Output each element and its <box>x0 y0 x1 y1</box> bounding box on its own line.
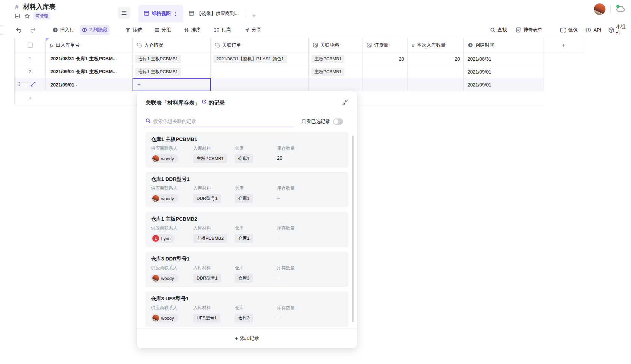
filter-button[interactable]: 筛选 <box>123 25 144 35</box>
widget-button[interactable]: 小组件 <box>606 25 631 35</box>
view-list-button[interactable] <box>118 7 130 19</box>
column-header[interactable]: 创建时间 <box>464 38 543 52</box>
sort-button[interactable]: 排序 <box>182 25 203 35</box>
api-button[interactable]: API <box>583 25 603 35</box>
add-view-button[interactable]: + <box>247 12 261 19</box>
tab-mirror-view[interactable]: 【镜像】供应商到... <box>183 5 244 22</box>
field-label: 仓库 <box>235 265 277 271</box>
tab-menu-icon[interactable]: ⋮ <box>173 11 178 16</box>
doc-icon[interactable] <box>14 13 20 19</box>
linked-order-cell[interactable]: 2021/08/31【整机】P1 AS1-颜色1 <box>211 52 309 65</box>
column-header[interactable]: 关联物料 <box>309 38 363 52</box>
linked-record-chip[interactable]: 主板PCBMB1 <box>311 55 344 63</box>
popup-scrollbar[interactable] <box>352 136 354 322</box>
inbound-qty-cell[interactable] <box>408 65 464 78</box>
linked-record-chip[interactable]: 2021/08/31【整机】P1 AS1-颜色1 <box>213 55 287 63</box>
inbound-qty-cell[interactable] <box>408 78 464 91</box>
hidden-columns-button[interactable]: 2 列隐藏 <box>80 25 110 35</box>
stock-value: – <box>277 315 343 320</box>
collapse-icon[interactable] <box>342 99 348 107</box>
record-card[interactable]: 仓库3 UFS型号1 供应商联系人 woody 入库材料 UFS型号1 仓库 仓… <box>145 291 349 327</box>
order-qty-cell[interactable] <box>363 78 408 91</box>
table-row[interactable]: 1 2021/08/31 仓库1 主板PCBM... 仓库1 主板PCBMB1 … <box>15 52 584 65</box>
select-all-checkbox[interactable] <box>28 43 33 48</box>
column-header[interactable]: 订货量 <box>363 38 408 52</box>
formula-icon: fx <box>50 43 53 48</box>
expand-record-icon[interactable] <box>31 82 35 88</box>
add-column-button[interactable]: + <box>543 38 584 52</box>
add-record-button[interactable]: + 添加记录 <box>137 328 357 348</box>
stock-value: 20 <box>277 155 343 161</box>
person-chip: LLynn <box>151 234 175 243</box>
linked-record-chip[interactable]: 主板PCBMB1 <box>311 68 344 76</box>
selected-cell[interactable]: + <box>133 78 211 91</box>
external-link-icon[interactable] <box>202 99 206 104</box>
order-qty-cell[interactable] <box>363 65 408 78</box>
search-input[interactable] <box>153 118 294 124</box>
linked-order-cell[interactable] <box>211 65 309 78</box>
inbound-status-cell[interactable]: 仓库1 主板PCBMB1 <box>133 65 211 78</box>
cell-value: 2021/09/01 <box>464 69 491 75</box>
inbound-status-cell[interactable]: 仓库1 主板PCBMB1 <box>133 52 211 65</box>
undo-button[interactable] <box>14 25 24 35</box>
filter-label: 筛选 <box>133 27 142 33</box>
drag-handle-icon[interactable] <box>17 82 20 88</box>
field-label: 库存数量 <box>277 265 343 271</box>
column-header[interactable]: 关联订单 <box>211 38 309 52</box>
linked-material-cell[interactable] <box>309 78 363 91</box>
row-checkbox[interactable] <box>23 82 28 87</box>
created-time-cell[interactable]: 2021/08/31 <box>464 52 543 65</box>
column-label: 关联物料 <box>320 42 339 48</box>
redo-button[interactable] <box>28 25 38 35</box>
option-chip: DDR型号1 <box>193 274 221 283</box>
column-header[interactable]: fx 出入库单号 <box>46 38 133 52</box>
share-button[interactable]: 分享 <box>243 25 263 35</box>
star-icon[interactable] <box>24 13 30 19</box>
table-row[interactable]: 2 2021/09/01 仓库1 主板PCBM... 仓库1 主板PCBMB1 … <box>15 65 584 78</box>
option-chip: UFS型号1 <box>193 314 220 322</box>
record-search <box>145 116 294 127</box>
table-row-selected[interactable]: 2021/09/01 - 2021/09/01 <box>15 78 584 91</box>
user-avatar[interactable] <box>594 3 605 15</box>
record-name-cell[interactable]: 2021/09/01 仓库1 主板PCBM... <box>46 65 133 78</box>
linked-record-chip[interactable]: 仓库1 主板PCBMB1 <box>135 55 181 63</box>
linked-order-cell[interactable] <box>211 78 309 91</box>
find-button[interactable]: 查找 <box>488 25 509 35</box>
linked-record-chip[interactable]: 仓库1 主板PCBMB1 <box>135 68 181 76</box>
inbound-qty-cell[interactable]: 20 <box>408 52 464 65</box>
divider <box>610 5 611 13</box>
created-time-cell[interactable]: 2021/09/01 <box>464 65 543 78</box>
record-name-cell[interactable]: 2021/09/01 - <box>46 78 133 91</box>
magic-form-label: 神奇表单 <box>523 27 542 33</box>
magic-form-button[interactable]: 神奇表单 <box>514 25 544 35</box>
order-qty-cell[interactable]: 20 <box>363 52 408 65</box>
show-selected-toggle[interactable] <box>333 118 343 125</box>
column-header[interactable]: 入仓情况 <box>133 38 211 52</box>
record-name-cell[interactable]: 2021/08/31 仓库1 主板PCBM... <box>46 52 133 65</box>
time-icon <box>468 43 473 48</box>
mirror-button[interactable]: 镜像 <box>558 25 580 35</box>
column-header[interactable]: # 本次入库数量 <box>408 38 464 52</box>
created-time-cell[interactable]: 2021/09/01 <box>464 78 543 91</box>
number-icon: # <box>412 43 415 48</box>
group-button[interactable]: 分组 <box>153 25 173 35</box>
record-card[interactable]: 仓库1 主板PCBMB2 供应商联系人 LLynn 入库材料 主板PCBMB2 … <box>145 212 349 247</box>
sync-cloud-icon[interactable] <box>615 5 626 13</box>
record-title: 仓库3 UFS型号1 <box>151 296 343 302</box>
add-link-plus-icon[interactable]: + <box>137 81 141 88</box>
sidebar-expand-button[interactable] <box>0 25 4 35</box>
grid-view-icon <box>144 11 149 17</box>
cell-value: 20 <box>363 56 407 62</box>
record-card[interactable]: 仓库1 DDR型号1 供应商联系人 woody 入库材料 DDR型号1 仓库 仓… <box>145 172 349 207</box>
insert-row-button[interactable]: 插入行 <box>50 25 76 35</box>
record-card[interactable]: 仓库1 主板PCBMB1 供应商联系人 woody 入库材料 主板PCBMB1 … <box>145 132 349 168</box>
cell-value: 20 <box>408 56 463 62</box>
record-title: 仓库1 主板PCBMB2 <box>151 216 343 222</box>
record-card[interactable]: 仓库3 DDR型号1 供应商联系人 woody 入库材料 DDR型号1 仓库 仓… <box>145 252 349 287</box>
linked-material-cell[interactable]: 主板PCBMB1 <box>309 52 363 65</box>
row-height-button[interactable]: 行高 <box>212 25 233 35</box>
tab-grid-view[interactable]: 维格视图 ⋮ <box>138 5 183 22</box>
linked-material-cell[interactable]: 主板PCBMB1 <box>309 65 363 78</box>
field-label: 库存数量 <box>277 225 343 231</box>
row-number: 2 <box>29 69 31 74</box>
